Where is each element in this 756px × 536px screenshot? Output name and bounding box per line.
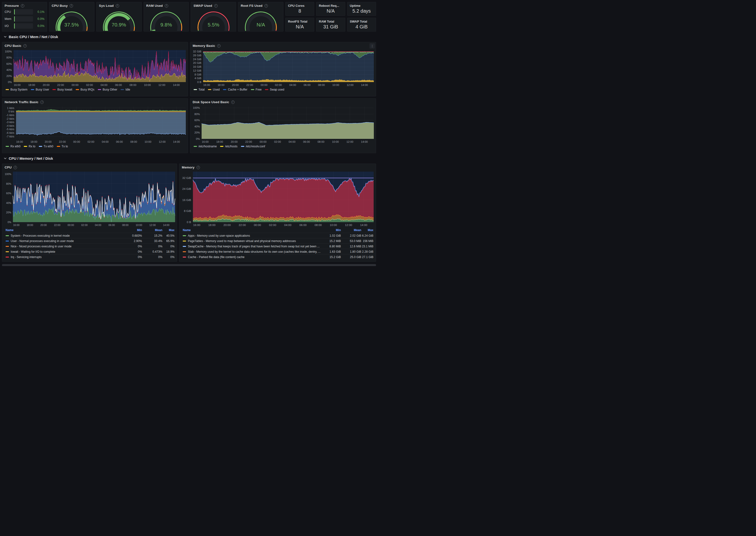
legend-item[interactable]: Total [194, 88, 205, 91]
legend-item[interactable]: /etc/hosts [220, 145, 237, 148]
svg-text:08:00: 08:00 [318, 140, 324, 143]
legend-item[interactable]: Busy System [6, 88, 27, 91]
min-value: 15.2 GiB [321, 255, 341, 259]
legend-table-row[interactable]: Slab - Memory used by the kernel to cach… [183, 249, 373, 254]
legend-table-header: NameMinMeanMax [6, 227, 174, 233]
column-header-min[interactable]: Min [321, 228, 341, 232]
min-value: 1.63 GiB [321, 250, 341, 253]
row-header-detail[interactable]: CPU / Memory / Net / Disk [2, 155, 376, 162]
stat-swap-total: SWAP Total 4 GiB [347, 18, 376, 32]
column-header-mean[interactable]: Mean [341, 228, 361, 232]
legend-table-row[interactable]: Iowait - Waiting for I/O to complete0%0.… [6, 249, 174, 254]
pressure-bar [14, 9, 33, 15]
legend-item[interactable]: /etc/hostname [194, 145, 217, 148]
memory-detail-chart[interactable]: 0 B8 GiB16 GiB24 GiB32 GiB16:0018:0020:0… [179, 170, 376, 227]
column-header-mean[interactable]: Mean [142, 228, 162, 232]
row-header-basic[interactable]: Basic CPU / Mem / Net / Disk [2, 34, 376, 40]
legend-item[interactable]: Cache + Buffer [223, 88, 247, 91]
max-value: 65.9% [162, 239, 174, 243]
pressure-label: Mem [5, 17, 13, 21]
info-icon[interactable]: i [40, 100, 44, 104]
column-header-max[interactable]: Max [162, 228, 174, 232]
memory-basic-chart[interactable]: 0 B4 GiB8 GiB12 GiB16 GiB20 GiB24 GiB28 … [190, 49, 376, 87]
info-icon[interactable]: i [165, 4, 168, 8]
svg-text:02:00: 02:00 [88, 140, 94, 143]
svg-text:80%: 80% [6, 56, 12, 59]
svg-text:12:00: 12:00 [346, 140, 353, 143]
legend-item[interactable]: /etc/resolv.conf [241, 145, 265, 148]
info-icon[interactable]: i [197, 166, 200, 169]
column-header-max[interactable]: Max [361, 228, 373, 232]
legend-item[interactable]: Busy Other [98, 88, 117, 91]
column-header-name[interactable]: Name [183, 228, 321, 232]
cpu-basic-chart[interactable]: 0%20%40%60%80%100%16:0018:0020:0022:0000… [2, 49, 188, 87]
legend-item[interactable]: Idle [121, 88, 130, 91]
legend-item[interactable]: Rx lo [24, 145, 35, 148]
legend-item[interactable]: Rx eth0 [6, 145, 20, 148]
gauge-panel-rootfs-used: Root FS UsediN/A [238, 2, 283, 32]
legend-table-row[interactable]: Apps - Memory used by user-space applica… [183, 233, 373, 238]
legend-item[interactable]: Busy User [31, 88, 49, 91]
legend-item[interactable]: Tx eth0 [39, 145, 53, 148]
svg-text:20%: 20% [6, 75, 12, 78]
svg-text:28 GiB: 28 GiB [193, 54, 202, 57]
cpu-detail-chart[interactable]: 0%20%40%60%80%100%16:0018:0020:0022:0000… [2, 170, 177, 227]
info-icon[interactable]: i [70, 4, 73, 8]
legend-swatch [223, 89, 226, 90]
legend-item[interactable]: Swap used [265, 88, 284, 91]
legend-item[interactable]: Tx lo [57, 145, 68, 148]
legend-table-row[interactable]: PageTables - Memory used to map between … [183, 238, 373, 244]
network-basic-chart[interactable]: 1 kb/s0 b/s-1 kb/s-2 kb/s-3 kb/s-4 kb/s-… [2, 105, 188, 144]
svg-text:20:00: 20:00 [232, 84, 239, 86]
min-value: 1.02 GiB [321, 234, 341, 237]
info-icon[interactable]: i [265, 4, 268, 8]
legend-swatch [194, 89, 197, 90]
horizontal-scrollbar[interactable] [2, 264, 376, 266]
disk-basic-chart[interactable]: 0%20%40%60%80%100%16:0018:0020:0022:0000… [190, 105, 376, 144]
max-value: 27.1 GiB [361, 255, 373, 259]
legend-table-row[interactable]: Cache - Parked file data (file content) … [183, 254, 373, 259]
min-value: 0% [122, 245, 142, 248]
legend-item[interactable]: Free [251, 88, 262, 91]
legend-item[interactable]: Busy IRQs [76, 88, 94, 91]
legend-label: Rx eth0 [11, 145, 20, 148]
series-label: Slab - Memory used by the kernel to cach… [188, 250, 321, 253]
legend-table-row[interactable]: Nice - Niced processes executing in user… [6, 244, 174, 249]
max-value: 40.5% [162, 234, 174, 237]
svg-text:-3 kb/s: -3 kb/s [6, 121, 14, 123]
info-icon[interactable]: i [14, 166, 17, 169]
info-icon[interactable]: i [231, 100, 235, 104]
legend-table-row[interactable]: User - Normal processes executing in use… [6, 238, 174, 244]
legend-item[interactable]: Busy Iowait [52, 88, 72, 91]
panel-menu-icon[interactable]: ⋮ [369, 43, 375, 49]
svg-text:-1 kb/s: -1 kb/s [6, 114, 14, 117]
info-icon[interactable]: i [23, 44, 27, 48]
chart-row-2: Network Traffic Basic i 1 kb/s0 b/s-1 kb… [2, 98, 376, 153]
svg-text:14:00: 14:00 [173, 140, 180, 143]
min-value: 0% [122, 250, 142, 253]
column-header-min[interactable]: Min [122, 228, 142, 232]
info-icon[interactable]: i [214, 4, 218, 8]
svg-text:80%: 80% [6, 182, 12, 185]
info-icon[interactable]: i [21, 4, 24, 8]
legend-table-row[interactable]: SwapCache - Memory that keeps track of p… [183, 244, 373, 249]
info-icon[interactable]: i [116, 4, 119, 8]
svg-text:14:00: 14:00 [361, 140, 368, 143]
legend-swatch [183, 241, 186, 242]
cpu-detail-panel: CPU i 0%20%40%60%80%100%16:0018:0020:002… [2, 164, 177, 262]
legend-label: /etc/hostname [199, 145, 217, 148]
svg-text:4 GiB: 4 GiB [195, 77, 202, 80]
svg-text:18:00: 18:00 [218, 84, 224, 86]
pressure-value: 0.0% [35, 17, 45, 21]
legend-item[interactable]: Used [208, 88, 220, 91]
legend-table-row[interactable]: System - Processes executing in kernel m… [6, 233, 174, 238]
info-icon[interactable]: i [217, 44, 221, 48]
svg-text:12:00: 12:00 [347, 84, 354, 86]
svg-text:02:00: 02:00 [274, 140, 281, 143]
legend-table-row[interactable]: Irq - Servicing interrupts0%0%0% [6, 254, 174, 259]
column-header-name[interactable]: Name [6, 228, 122, 232]
svg-text:18:00: 18:00 [208, 223, 216, 226]
svg-text:04:00: 04:00 [284, 223, 292, 226]
svg-text:0 B: 0 B [187, 221, 191, 223]
svg-text:12:00: 12:00 [345, 223, 352, 226]
